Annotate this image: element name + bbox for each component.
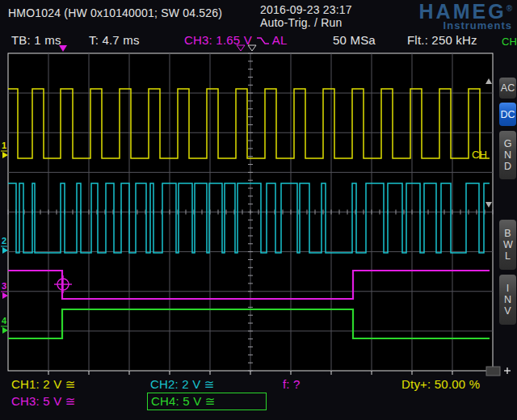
channel4-header-label: CH4 [502,36,511,48]
datetime-label: 2016-09-23 23:17 [260,3,352,16]
ch3-marker-arrow-icon [2,292,8,299]
ch4-waveform [8,309,490,338]
ch4-readout: CH4: 5 V ≅ [151,394,216,409]
ch3-readout: CH3: 5 V ≅ [11,394,76,409]
ch3-marker-digit: 3 [2,281,6,291]
ch2-marker-arrow-icon [2,247,8,254]
clipped-channel-label: CH [472,149,487,161]
falling-edge-icon [256,36,270,45]
ac-coupling-label: AC [501,82,515,94]
time-offset-label: T: 4.7 ms [89,33,140,47]
filter-label: Flt.: 250 kHz [407,33,477,47]
trigger-mode-label: AL [272,33,288,47]
status-bar: TB: 1 ms T: 4.7 ms CH3: 1.65 V AL 50 MSa… [0,31,517,50]
ch2-marker-digit: 2 [2,236,6,246]
top-bar: HMO1024 (HW 0x10140001; SW 04.526) 2016-… [0,0,517,29]
bwl-button[interactable]: BWL [499,220,516,270]
acquisition-status-label: Auto-Trig. / Run [260,16,343,29]
bwl-label: BWL [503,228,512,262]
ch2-waveform [8,183,490,253]
ac-coupling-button[interactable]: AC [499,78,516,99]
freq-readout: f: ? [283,377,301,391]
ch4-marker-arrow-icon [2,327,8,334]
plot-border [8,53,493,371]
trigger-readout: CH3: 1.65 V AL [184,33,287,47]
timebase-label: TB: 1 ms [11,33,61,47]
ch1-marker-digit: 1 [2,141,6,150]
sample-rate-label: 50 MSa [333,33,376,47]
duty-cycle-readout: Dty+: 50.00 % [401,377,480,391]
device-id-label: HMO1024 (HW 0x10140001; SW 04.526) [8,6,222,19]
ch2-readout: CH2: 2 V ≅ [150,377,215,392]
ch4-selected-box[interactable]: CH4: 5 V ≅ [147,393,267,410]
gnd-coupling-label: GND [503,138,512,172]
channel4-header-text: CH4 [502,36,511,48]
registered-trademark-icon: ® [506,4,512,13]
trigger-source-label: CH3: 1.65 V [184,33,252,47]
ch1-marker-arrow-icon [2,152,8,158]
inv-button[interactable]: INV [499,275,516,325]
ch4-marker-digit: 4 [2,316,7,326]
gnd-coupling-button[interactable]: GND [499,131,516,179]
ch1-waveform [8,89,490,158]
dc-coupling-button[interactable]: DC [499,103,516,126]
ch3-waveform [8,271,490,299]
ch1-readout: CH1: 2 V ≅ [11,377,76,392]
trigger-point-crosshair-icon [57,279,69,290]
scroll-down-icon [485,202,492,208]
waveform-display: 1234CH [0,0,517,420]
inv-label: INV [503,283,512,317]
hameg-logo: HAMEG® Instruments [419,2,512,31]
dc-coupling-label: DC [500,109,515,120]
scroll-up-icon [485,78,492,84]
